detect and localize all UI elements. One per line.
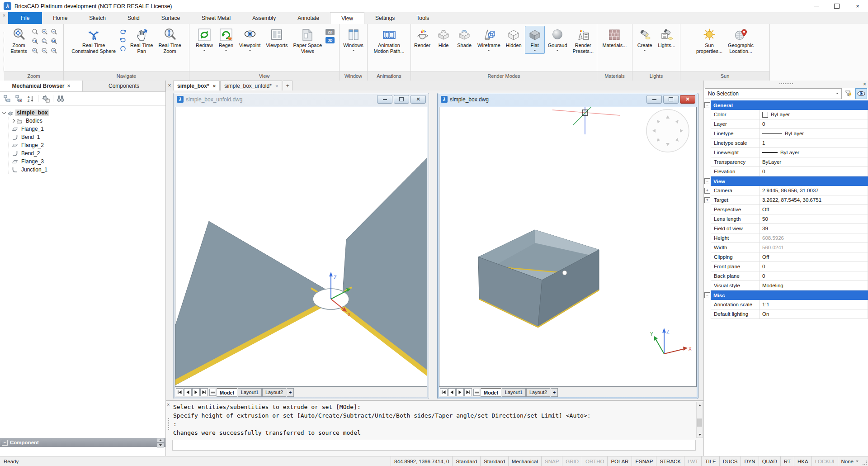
tree-item-Bodies[interactable]: Bodies bbox=[9, 117, 165, 125]
status-field-ortho[interactable]: ORTHO bbox=[582, 456, 607, 466]
ribbon-button-real-time-constrainedsphere[interactable]: Real-Time Constrained Sphere bbox=[69, 26, 118, 55]
ribbon-button-shade[interactable]: Shade bbox=[454, 26, 474, 50]
tree-item-simple_box[interactable]: simple_box bbox=[3, 109, 165, 117]
child-close-button[interactable]: ✕ bbox=[410, 95, 426, 104]
tree-item-Bend_1[interactable]: Bend_1 bbox=[9, 133, 165, 141]
tree-expand-icon[interactable] bbox=[3, 94, 12, 103]
status-field-tile[interactable]: TILE bbox=[701, 456, 719, 466]
nav-last-icon[interactable] bbox=[464, 388, 472, 396]
nav-next-icon[interactable] bbox=[456, 388, 464, 396]
collapse-icon[interactable]: − bbox=[704, 102, 710, 108]
document-tab-simple_box_unfold[interactable]: simple_box_unfold*× bbox=[220, 81, 282, 90]
dropdown-arrow-icon[interactable] bbox=[225, 50, 227, 52]
expand-icon[interactable]: + bbox=[704, 197, 710, 203]
status-field-standard[interactable]: Standard bbox=[452, 456, 480, 466]
child-close-button[interactable]: ✕ bbox=[680, 95, 695, 104]
ribbon-button-wireframe[interactable]: Wireframe bbox=[475, 26, 503, 54]
status-field-dyn[interactable]: DYN bbox=[741, 456, 758, 466]
status-field-esnap[interactable]: ESNAP bbox=[632, 456, 656, 466]
child-minimize-button[interactable] bbox=[377, 95, 392, 104]
settings-list-icon[interactable] bbox=[41, 94, 50, 103]
unfold-canvas[interactable]: Z X bbox=[175, 107, 427, 387]
tree-item-Flange_2[interactable]: Flange_2 bbox=[9, 141, 165, 149]
property-value[interactable]: 0 bbox=[759, 262, 868, 271]
nav-first-icon[interactable] bbox=[440, 388, 448, 396]
property-value[interactable]: Off bbox=[759, 252, 868, 262]
property-value[interactable]: 0 bbox=[759, 167, 868, 176]
resize-grip-icon[interactable] bbox=[862, 456, 868, 466]
document-tabbar-close-icon[interactable]: × bbox=[166, 81, 173, 90]
new-document-tab-button[interactable]: + bbox=[283, 81, 292, 90]
dropdown-arrow-icon[interactable] bbox=[352, 50, 355, 52]
menu-tab-file[interactable]: File bbox=[8, 12, 42, 24]
ribbon-button-real-time-zoom[interactable]: Real-Time Zoom bbox=[156, 26, 183, 55]
expand-icon[interactable]: + bbox=[704, 188, 710, 194]
ribbon-button-real-time-pan[interactable]: Real-Time Pan bbox=[128, 26, 155, 55]
zoom-dynamic-icon[interactable] bbox=[40, 37, 49, 46]
command-panel-close-icon[interactable]: × bbox=[167, 402, 170, 407]
ribbon-button-lights[interactable]: Lights... bbox=[656, 26, 678, 50]
model-window-titlebar[interactable]: λ simple_box.dwg ✕ bbox=[438, 93, 698, 105]
menu-tab-assembly[interactable]: Assembly bbox=[241, 12, 287, 24]
filter-lightning-icon[interactable] bbox=[843, 88, 854, 99]
command-input[interactable] bbox=[172, 440, 696, 451]
menu-tab-settings[interactable]: Settings bbox=[364, 12, 406, 24]
sort-az-icon[interactable]: AZ bbox=[26, 94, 35, 103]
status-field-ducs[interactable]: DUCS bbox=[719, 456, 741, 466]
ribbon-button-paperspace-views[interactable]: Paper Space Views bbox=[291, 26, 324, 55]
property-value[interactable]: 1 bbox=[759, 138, 868, 148]
menu-tab-annotate[interactable]: Annotate bbox=[287, 12, 330, 24]
section-header-label[interactable]: Misc bbox=[711, 290, 868, 300]
nav-last-icon[interactable] bbox=[200, 388, 208, 396]
properties-handle[interactable]: × bbox=[704, 81, 868, 88]
ribbon-button-redraw[interactable]: Redraw bbox=[193, 26, 215, 54]
zoom-in-icon[interactable] bbox=[40, 28, 49, 37]
property-value[interactable]: 608.5926 bbox=[759, 233, 868, 243]
scroll-down-icon[interactable] bbox=[697, 432, 703, 437]
menu-tab-tools[interactable]: Tools bbox=[406, 12, 440, 24]
command-panel-grip[interactable] bbox=[168, 418, 169, 430]
layout-tab-model[interactable]: Model bbox=[481, 388, 501, 397]
scroll-up-icon[interactable] bbox=[697, 402, 703, 408]
dropdown-arrow-icon[interactable] bbox=[643, 50, 646, 52]
layout-list-icon[interactable] bbox=[209, 389, 216, 396]
property-value[interactable]: 0 bbox=[759, 119, 868, 129]
layout-tab-layout1[interactable]: Layout1 bbox=[238, 388, 262, 397]
layout-tab-layout2[interactable]: Layout2 bbox=[262, 388, 286, 397]
property-value[interactable]: ByLayer bbox=[759, 129, 868, 138]
tree-item-Flange_3[interactable]: Flange_3 bbox=[9, 157, 165, 166]
command-line-panel[interactable]: × Select entities/subentities to extrude… bbox=[166, 400, 703, 456]
zoom-scale-icon[interactable] bbox=[50, 37, 59, 46]
spin-down-button[interactable] bbox=[157, 443, 164, 447]
ribbon-button-render[interactable]: Render bbox=[412, 26, 433, 50]
nav-first-icon[interactable] bbox=[176, 388, 184, 396]
ribbon-button-regen[interactable]: Regen bbox=[216, 26, 236, 54]
status-field-snap[interactable]: SNAP bbox=[541, 456, 562, 466]
dropdown-arrow-icon[interactable] bbox=[203, 50, 206, 52]
tree-item-Bend_2[interactable]: Bend_2 bbox=[9, 149, 165, 157]
property-value[interactable]: ByLayer bbox=[759, 110, 868, 119]
ribbon-button-sun-properties[interactable]: Sun properties... bbox=[694, 26, 725, 55]
property-value[interactable]: 3.2622, 87.5454, 30.6751 bbox=[759, 195, 868, 205]
ribbon-button-materials[interactable]: Materials... bbox=[600, 26, 629, 50]
ribbon-button-hidden[interactable]: Hidden bbox=[504, 26, 524, 50]
section-header-label[interactable]: General bbox=[711, 100, 868, 110]
status-field-standard[interactable]: Standard bbox=[480, 456, 508, 466]
tree-collapse-icon[interactable] bbox=[14, 94, 24, 103]
badge-3d[interactable]: 3D bbox=[326, 37, 335, 43]
menu-tab-sketch[interactable]: Sketch bbox=[78, 12, 117, 24]
zoom-forward-icon[interactable] bbox=[50, 47, 59, 56]
properties-close-icon[interactable]: × bbox=[863, 81, 866, 87]
orbit-z-icon[interactable] bbox=[119, 45, 127, 52]
property-value[interactable]: Off bbox=[759, 205, 868, 214]
status-field-lockui[interactable]: LOCKUI bbox=[811, 456, 838, 466]
dropdown-arrow-icon[interactable] bbox=[533, 50, 536, 52]
document-window-unfold[interactable]: λ simple_box_unfold.dwg ✕ Z bbox=[173, 93, 429, 399]
command-scrollbar[interactable] bbox=[696, 402, 703, 438]
menu-tab-surface[interactable]: Surface bbox=[151, 12, 191, 24]
child-maximize-button[interactable] bbox=[663, 95, 679, 104]
child-minimize-button[interactable] bbox=[646, 95, 662, 104]
status-field-polar[interactable]: POLAR bbox=[607, 456, 632, 466]
menu-tab-home[interactable]: Home bbox=[42, 12, 78, 24]
section-header-label[interactable]: View bbox=[711, 176, 868, 186]
